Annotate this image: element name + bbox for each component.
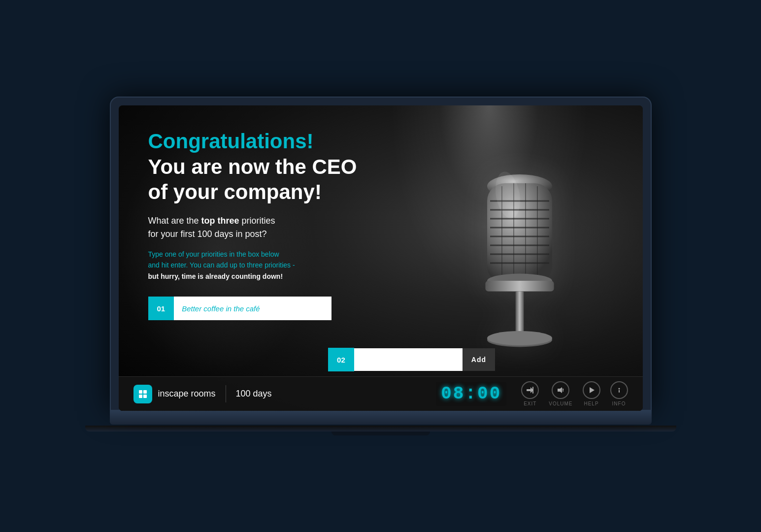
logo-text: inscape rooms [158,389,216,399]
info-icon [610,381,628,399]
bottom-bar: inscape rooms 100 days 08:00 [119,376,643,411]
logo-icon [133,385,152,403]
volume-label: VOLUME [549,401,572,406]
priority-input-1[interactable] [174,297,331,320]
timer-section: 08:00 EXIT [436,381,628,406]
instruction-text: Type one of your priorities in the box b… [148,249,408,282]
svg-rect-15 [485,281,554,292]
days-label: 100 days [236,389,272,399]
priority-input-2[interactable] [354,348,463,371]
control-buttons: EXIT VOLUME [521,381,628,406]
svg-rect-22 [139,395,142,398]
priority-number-2: 02 [328,348,354,371]
laptop-base [110,411,652,425]
help-button[interactable]: HELP [583,381,600,406]
priority-row-1: 01 [148,297,408,320]
help-icon [583,381,600,399]
instruction-bold: but hurry, time is already counting down… [148,272,283,280]
logo-divider [226,385,226,402]
help-label: HELP [584,401,598,406]
laptop-hinge [85,426,676,432]
svg-rect-23 [143,395,147,398]
screen-bezel: Congratulations! You are now the CEO of … [110,97,652,411]
microphone-image [426,120,613,376]
add-button[interactable]: Add [463,348,495,371]
laptop-stand [331,432,430,435]
svg-point-18 [487,331,552,345]
logo-section: inscape rooms [133,385,216,403]
svg-rect-26 [532,387,533,394]
screen-inner: Congratulations! You are now the CEO of … [119,105,643,411]
congratulations-title: Congratulations! [148,130,408,153]
volume-button[interactable]: VOLUME [549,381,572,406]
svg-rect-32 [619,390,620,393]
exit-icon [521,381,539,399]
svg-point-31 [618,388,620,390]
laptop-container: Congratulations! You are now the CEO of … [85,97,676,435]
info-button[interactable]: INFO [610,381,628,406]
info-label: INFO [612,401,626,406]
svg-marker-27 [558,387,562,393]
priority-row-2: 02 Add [328,348,495,371]
timer-display: 08:00 [436,382,506,406]
svg-rect-21 [143,390,147,394]
svg-marker-30 [590,387,595,393]
ceo-subtitle: You are now the CEO of your company! [148,155,408,204]
volume-icon [552,381,569,399]
screen-content: Congratulations! You are now the CEO of … [119,105,643,411]
question-text: What are the top three prioritiesfor you… [148,214,408,241]
exit-button[interactable]: EXIT [521,381,539,406]
svg-rect-20 [139,390,142,394]
exit-label: EXIT [524,401,536,406]
priority-number-1: 01 [148,297,174,320]
